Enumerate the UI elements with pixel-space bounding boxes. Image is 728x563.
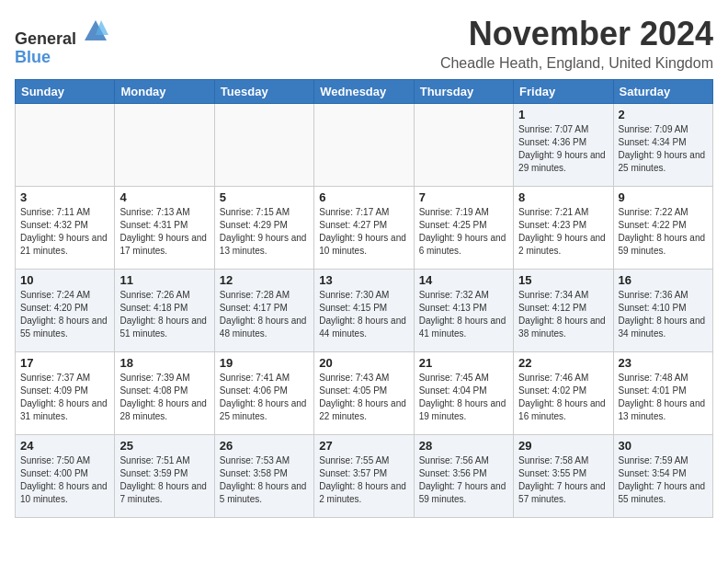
calendar-cell: 16Sunrise: 7:36 AM Sunset: 4:10 PM Dayli… [613,270,712,352]
weekday-header-monday: Monday [115,80,214,104]
day-info: Sunrise: 7:46 AM Sunset: 4:02 PM Dayligh… [518,372,608,423]
calendar-cell: 18Sunrise: 7:39 AM Sunset: 4:08 PM Dayli… [115,352,214,435]
calendar-cell: 10Sunrise: 7:24 AM Sunset: 4:20 PM Dayli… [16,270,115,352]
day-number: 1 [518,108,608,121]
calendar-cell [214,104,313,187]
day-info: Sunrise: 7:36 AM Sunset: 4:10 PM Dayligh… [619,289,708,340]
day-number: 15 [518,273,608,287]
calendar-cell: 26Sunrise: 7:53 AM Sunset: 3:58 PM Dayli… [214,435,313,518]
day-info: Sunrise: 7:48 AM Sunset: 4:01 PM Dayligh… [619,372,708,423]
day-info: Sunrise: 7:15 AM Sunset: 4:29 PM Dayligh… [220,206,309,258]
day-info: Sunrise: 7:43 AM Sunset: 4:05 PM Dayligh… [319,372,408,423]
calendar-week-row: 17Sunrise: 7:37 AM Sunset: 4:09 PM Dayli… [16,352,713,435]
title-area: November 2024 Cheadle Heath, England, Un… [440,15,713,72]
day-info: Sunrise: 7:58 AM Sunset: 3:55 PM Dayligh… [518,454,608,506]
calendar-week-row: 3Sunrise: 7:11 AM Sunset: 4:32 PM Daylig… [16,187,713,270]
calendar-cell: 9Sunrise: 7:22 AM Sunset: 4:22 PM Daylig… [613,187,712,270]
day-number: 30 [619,439,708,453]
day-number: 29 [518,439,608,453]
day-number: 24 [20,439,109,453]
day-number: 23 [619,356,708,370]
calendar-cell: 30Sunrise: 7:59 AM Sunset: 3:54 PM Dayli… [613,435,712,518]
calendar-cell: 28Sunrise: 7:56 AM Sunset: 3:56 PM Dayli… [414,435,513,518]
day-info: Sunrise: 7:55 AM Sunset: 3:57 PM Dayligh… [319,454,408,506]
day-info: Sunrise: 7:45 AM Sunset: 4:04 PM Dayligh… [419,372,508,423]
day-number: 28 [419,439,508,453]
day-info: Sunrise: 7:41 AM Sunset: 4:06 PM Dayligh… [220,372,309,423]
calendar-week-row: 1Sunrise: 7:07 AM Sunset: 4:36 PM Daylig… [16,104,713,187]
location-title: Cheadle Heath, England, United Kingdom [440,55,713,72]
day-number: 19 [220,356,309,370]
day-info: Sunrise: 7:19 AM Sunset: 4:25 PM Dayligh… [419,206,508,258]
calendar-cell: 11Sunrise: 7:26 AM Sunset: 4:18 PM Dayli… [115,270,214,352]
calendar-cell: 15Sunrise: 7:34 AM Sunset: 4:12 PM Dayli… [514,270,613,352]
day-info: Sunrise: 7:34 AM Sunset: 4:12 PM Dayligh… [518,289,608,340]
day-number: 22 [518,356,608,370]
calendar-cell: 6Sunrise: 7:17 AM Sunset: 4:27 PM Daylig… [314,187,414,270]
day-number: 27 [319,439,408,453]
day-number: 14 [419,273,508,287]
calendar-cell: 14Sunrise: 7:32 AM Sunset: 4:13 PM Dayli… [414,270,513,352]
logo-icon [83,18,108,44]
day-number: 10 [20,273,109,287]
day-info: Sunrise: 7:17 AM Sunset: 4:27 PM Dayligh… [319,206,408,258]
day-info: Sunrise: 7:11 AM Sunset: 4:32 PM Dayligh… [20,206,109,258]
month-title: November 2024 [440,15,713,53]
calendar-cell: 7Sunrise: 7:19 AM Sunset: 4:25 PM Daylig… [414,187,513,270]
logo: General Blue [15,18,108,67]
header: General Blue November 2024 Cheadle Heath… [15,15,713,72]
day-info: Sunrise: 7:07 AM Sunset: 4:36 PM Dayligh… [518,123,608,175]
calendar-cell: 4Sunrise: 7:13 AM Sunset: 4:31 PM Daylig… [115,187,214,270]
day-info: Sunrise: 7:37 AM Sunset: 4:09 PM Dayligh… [20,372,109,423]
day-number: 13 [319,273,408,287]
calendar-cell: 22Sunrise: 7:46 AM Sunset: 4:02 PM Dayli… [514,352,613,435]
calendar-cell: 19Sunrise: 7:41 AM Sunset: 4:06 PM Dayli… [214,352,313,435]
calendar-cell: 25Sunrise: 7:51 AM Sunset: 3:59 PM Dayli… [115,435,214,518]
day-number: 17 [20,356,109,370]
calendar-cell: 2Sunrise: 7:09 AM Sunset: 4:34 PM Daylig… [613,104,712,187]
calendar-cell [414,104,513,187]
day-number: 25 [119,439,209,453]
day-info: Sunrise: 7:56 AM Sunset: 3:56 PM Dayligh… [419,454,508,506]
day-info: Sunrise: 7:21 AM Sunset: 4:23 PM Dayligh… [518,206,608,258]
day-info: Sunrise: 7:24 AM Sunset: 4:20 PM Dayligh… [20,289,109,340]
day-number: 21 [419,356,508,370]
day-info: Sunrise: 7:30 AM Sunset: 4:15 PM Dayligh… [319,289,408,340]
calendar-table: SundayMondayTuesdayWednesdayThursdayFrid… [15,79,713,518]
calendar-week-row: 24Sunrise: 7:50 AM Sunset: 4:00 PM Dayli… [16,435,713,518]
day-number: 8 [518,190,608,204]
weekday-header-wednesday: Wednesday [314,80,414,104]
weekday-header-row: SundayMondayTuesdayWednesdayThursdayFrid… [16,80,713,104]
day-number: 4 [119,190,209,204]
day-number: 12 [220,273,309,287]
calendar-cell: 27Sunrise: 7:55 AM Sunset: 3:57 PM Dayli… [314,435,414,518]
weekday-header-saturday: Saturday [613,80,712,104]
day-number: 3 [20,190,109,204]
calendar-cell: 1Sunrise: 7:07 AM Sunset: 4:36 PM Daylig… [514,104,613,187]
day-info: Sunrise: 7:53 AM Sunset: 3:58 PM Dayligh… [220,454,309,506]
calendar-cell: 20Sunrise: 7:43 AM Sunset: 4:05 PM Dayli… [314,352,414,435]
day-info: Sunrise: 7:51 AM Sunset: 3:59 PM Dayligh… [119,454,209,506]
calendar-cell [115,104,214,187]
calendar-cell: 13Sunrise: 7:30 AM Sunset: 4:15 PM Dayli… [314,270,414,352]
day-number: 16 [619,273,708,287]
calendar-cell: 3Sunrise: 7:11 AM Sunset: 4:32 PM Daylig… [16,187,115,270]
day-number: 7 [419,190,508,204]
calendar-cell: 5Sunrise: 7:15 AM Sunset: 4:29 PM Daylig… [214,187,313,270]
day-number: 2 [619,108,708,121]
logo-general-text: General [15,29,76,48]
logo-blue-text: Blue [15,48,51,66]
calendar-cell [314,104,414,187]
weekday-header-sunday: Sunday [16,80,115,104]
calendar-cell [16,104,115,187]
day-info: Sunrise: 7:59 AM Sunset: 3:54 PM Dayligh… [619,454,708,506]
weekday-header-tuesday: Tuesday [214,80,313,104]
calendar-cell: 23Sunrise: 7:48 AM Sunset: 4:01 PM Dayli… [613,352,712,435]
day-number: 9 [619,190,708,204]
weekday-header-friday: Friday [514,80,613,104]
day-number: 20 [319,356,408,370]
calendar-cell: 12Sunrise: 7:28 AM Sunset: 4:17 PM Dayli… [214,270,313,352]
calendar-cell: 29Sunrise: 7:58 AM Sunset: 3:55 PM Dayli… [514,435,613,518]
day-info: Sunrise: 7:26 AM Sunset: 4:18 PM Dayligh… [119,289,209,340]
calendar-cell: 24Sunrise: 7:50 AM Sunset: 4:00 PM Dayli… [16,435,115,518]
